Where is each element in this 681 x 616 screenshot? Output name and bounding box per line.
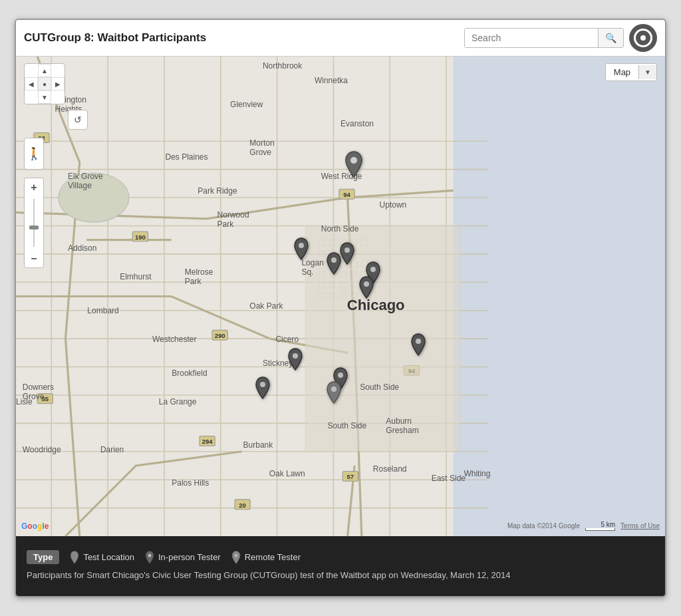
scale-bar: 5 km: [585, 521, 615, 531]
svg-text:55: 55: [41, 395, 49, 402]
zoom-slider[interactable]: [24, 196, 44, 249]
search-input[interactable]: [465, 29, 598, 47]
svg-rect-65: [319, 293, 325, 298]
svg-text:57: 57: [347, 473, 354, 480]
svg-point-79: [416, 339, 421, 344]
logo-inner: [634, 29, 652, 47]
compass-control[interactable]: ▲ ◀ ● ▶ ▼: [24, 63, 65, 104]
svg-point-78: [338, 373, 343, 378]
map-footer: Type Test Location In-person Tester: [16, 536, 665, 596]
app-logo: [629, 24, 657, 52]
legend-type-badge: Type: [27, 550, 59, 564]
svg-text:294: 294: [202, 438, 213, 445]
svg-text:94: 94: [343, 191, 350, 198]
footer-description: Participants for Smart Chicago's Civic U…: [27, 569, 654, 581]
map-area[interactable]: 62 190 94 290 294 57 94 55 20: [16, 57, 665, 536]
marker-remote-1[interactable]: [327, 381, 341, 406]
marker-inperson-3[interactable]: [340, 242, 354, 267]
legend-remote-label: Remote Tester: [245, 552, 301, 562]
nav-center-button[interactable]: ●: [38, 77, 51, 90]
svg-point-75: [364, 281, 369, 287]
svg-rect-51: [319, 261, 325, 266]
nav-left-button[interactable]: ◀: [25, 77, 38, 90]
svg-point-73: [344, 247, 350, 253]
svg-point-74: [370, 267, 376, 272]
svg-rect-62: [319, 282, 325, 287]
marker-inperson-6[interactable]: [288, 348, 303, 373]
svg-point-76: [293, 353, 298, 359]
svg-rect-64: [340, 282, 346, 287]
svg-rect-48: [319, 251, 325, 256]
nav-right-button[interactable]: ▶: [51, 77, 65, 90]
legend-test-location-label: Test Location: [83, 552, 134, 562]
svg-rect-1: [454, 57, 665, 536]
map-background: 62 190 94 290 294 57 94 55 20: [16, 57, 665, 536]
map-type-dropdown-arrow[interactable]: ▼: [638, 65, 656, 79]
scale-text: 5 km: [601, 521, 615, 528]
map-attribution: Map data ©2014 Google 5 km Terms of Use: [507, 521, 660, 531]
svg-rect-44: [330, 240, 335, 245]
nav-down-button[interactable]: ▼: [38, 90, 51, 104]
search-box: 🔍: [464, 28, 624, 48]
svg-point-70: [350, 157, 357, 164]
scale-line: [585, 528, 615, 531]
svg-rect-60: [351, 271, 356, 277]
svg-rect-68: [351, 293, 356, 298]
map-type-label: Map: [606, 64, 638, 80]
svg-point-71: [299, 243, 304, 248]
zoom-controls: + −: [24, 178, 44, 268]
svg-text:290: 290: [215, 332, 225, 339]
remote-pin-icon: [231, 551, 241, 564]
map-type-selector[interactable]: Map ▼: [605, 63, 657, 81]
zoom-in-button[interactable]: +: [24, 178, 44, 196]
svg-rect-66: [330, 293, 335, 298]
svg-point-80: [331, 386, 337, 392]
inperson-pin-icon: [145, 551, 154, 564]
nav-up-button[interactable]: ▲: [38, 64, 51, 77]
search-button[interactable]: 🔍: [598, 29, 623, 47]
map-data-text: Map data ©2014 Google: [507, 522, 580, 530]
marker-inperson-5[interactable]: [359, 276, 374, 301]
legend-item-test-location: Test Location: [70, 551, 134, 564]
legend-row: Type Test Location In-person Tester: [27, 550, 654, 564]
map-container: CUTGroup 8: Waitbot Participants 🔍: [15, 19, 666, 597]
svg-point-72: [331, 257, 337, 263]
marker-test-location-1[interactable]: [344, 150, 363, 181]
svg-text:190: 190: [135, 233, 146, 241]
legend-item-inperson: In-person Tester: [145, 551, 221, 564]
marker-inperson-1[interactable]: [294, 237, 309, 263]
google-watermark: Google: [21, 522, 49, 531]
nav-refresh-button[interactable]: ↺: [68, 110, 88, 130]
svg-point-81: [148, 554, 152, 557]
legend-item-remote: Remote Tester: [231, 551, 301, 564]
page-title: CUTGroup 8: Waitbot Participants: [24, 31, 206, 45]
svg-point-82: [234, 554, 237, 557]
pegman-button[interactable]: 🚶: [24, 138, 44, 170]
marker-inperson-7[interactable]: [255, 377, 270, 402]
map-header: CUTGroup 8: Waitbot Participants 🔍: [16, 20, 665, 57]
navigation-controls: ▲ ◀ ● ▶ ▼ ↺ 🚶 + −: [24, 63, 88, 268]
svg-rect-43: [319, 240, 325, 245]
marker-inperson-9[interactable]: [411, 333, 426, 359]
header-controls: 🔍: [464, 24, 657, 52]
svg-rect-57: [319, 271, 325, 277]
svg-rect-47: [362, 240, 367, 245]
legend-inperson-label: In-person Tester: [158, 552, 221, 562]
svg-text:20: 20: [239, 502, 246, 509]
svg-rect-63: [330, 282, 335, 287]
svg-rect-67: [340, 293, 346, 298]
test-location-pin-icon: [70, 551, 79, 564]
svg-rect-59: [340, 271, 346, 277]
terms-of-use[interactable]: Terms of Use: [620, 522, 660, 530]
zoom-out-button[interactable]: −: [24, 249, 44, 268]
svg-point-77: [260, 382, 265, 387]
